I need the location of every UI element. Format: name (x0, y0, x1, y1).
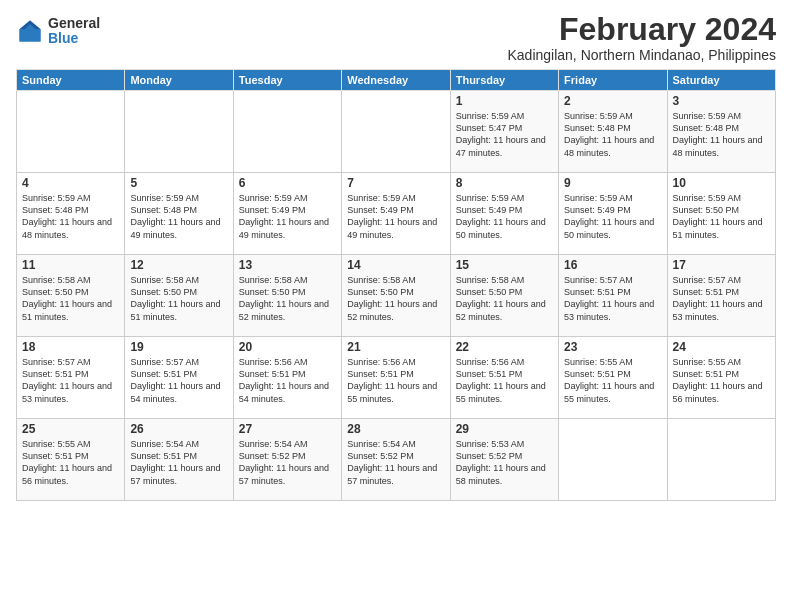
col-header-monday: Monday (125, 70, 233, 91)
calendar-cell: 10Sunrise: 5:59 AM Sunset: 5:50 PM Dayli… (667, 173, 775, 255)
cell-info: Sunrise: 5:59 AM Sunset: 5:48 PM Dayligh… (22, 192, 119, 241)
cell-info: Sunrise: 5:59 AM Sunset: 5:47 PM Dayligh… (456, 110, 553, 159)
calendar-cell: 5Sunrise: 5:59 AM Sunset: 5:48 PM Daylig… (125, 173, 233, 255)
calendar-body: 1Sunrise: 5:59 AM Sunset: 5:47 PM Daylig… (17, 91, 776, 501)
header: General Blue February 2024 Kadingilan, N… (16, 12, 776, 63)
calendar-cell: 16Sunrise: 5:57 AM Sunset: 5:51 PM Dayli… (559, 255, 667, 337)
day-number: 16 (564, 258, 661, 272)
calendar-cell: 15Sunrise: 5:58 AM Sunset: 5:50 PM Dayli… (450, 255, 558, 337)
svg-rect-2 (20, 30, 41, 42)
day-number: 22 (456, 340, 553, 354)
cell-info: Sunrise: 5:59 AM Sunset: 5:48 PM Dayligh… (130, 192, 227, 241)
col-header-tuesday: Tuesday (233, 70, 341, 91)
logo-general: General (48, 16, 100, 31)
cell-info: Sunrise: 5:58 AM Sunset: 5:50 PM Dayligh… (239, 274, 336, 323)
cell-info: Sunrise: 5:58 AM Sunset: 5:50 PM Dayligh… (130, 274, 227, 323)
calendar-cell: 4Sunrise: 5:59 AM Sunset: 5:48 PM Daylig… (17, 173, 125, 255)
cell-info: Sunrise: 5:54 AM Sunset: 5:51 PM Dayligh… (130, 438, 227, 487)
header-row: SundayMondayTuesdayWednesdayThursdayFrid… (17, 70, 776, 91)
cell-info: Sunrise: 5:55 AM Sunset: 5:51 PM Dayligh… (564, 356, 661, 405)
day-number: 4 (22, 176, 119, 190)
logo-blue: Blue (48, 31, 100, 46)
col-header-wednesday: Wednesday (342, 70, 450, 91)
cell-info: Sunrise: 5:59 AM Sunset: 5:49 PM Dayligh… (347, 192, 444, 241)
cell-info: Sunrise: 5:59 AM Sunset: 5:49 PM Dayligh… (239, 192, 336, 241)
calendar-cell: 29Sunrise: 5:53 AM Sunset: 5:52 PM Dayli… (450, 419, 558, 501)
cell-info: Sunrise: 5:56 AM Sunset: 5:51 PM Dayligh… (239, 356, 336, 405)
calendar-cell: 13Sunrise: 5:58 AM Sunset: 5:50 PM Dayli… (233, 255, 341, 337)
logo-icon (16, 17, 44, 45)
title-block: February 2024 Kadingilan, Northern Minda… (507, 12, 776, 63)
week-row-3: 11Sunrise: 5:58 AM Sunset: 5:50 PM Dayli… (17, 255, 776, 337)
calendar-cell (17, 91, 125, 173)
day-number: 5 (130, 176, 227, 190)
cell-info: Sunrise: 5:59 AM Sunset: 5:49 PM Dayligh… (456, 192, 553, 241)
calendar-cell: 7Sunrise: 5:59 AM Sunset: 5:49 PM Daylig… (342, 173, 450, 255)
calendar-cell: 11Sunrise: 5:58 AM Sunset: 5:50 PM Dayli… (17, 255, 125, 337)
col-header-sunday: Sunday (17, 70, 125, 91)
cell-info: Sunrise: 5:56 AM Sunset: 5:51 PM Dayligh… (347, 356, 444, 405)
week-row-4: 18Sunrise: 5:57 AM Sunset: 5:51 PM Dayli… (17, 337, 776, 419)
calendar-cell: 1Sunrise: 5:59 AM Sunset: 5:47 PM Daylig… (450, 91, 558, 173)
calendar-cell: 26Sunrise: 5:54 AM Sunset: 5:51 PM Dayli… (125, 419, 233, 501)
day-number: 19 (130, 340, 227, 354)
calendar-cell: 25Sunrise: 5:55 AM Sunset: 5:51 PM Dayli… (17, 419, 125, 501)
calendar-cell: 8Sunrise: 5:59 AM Sunset: 5:49 PM Daylig… (450, 173, 558, 255)
cell-info: Sunrise: 5:54 AM Sunset: 5:52 PM Dayligh… (239, 438, 336, 487)
day-number: 3 (673, 94, 770, 108)
day-number: 26 (130, 422, 227, 436)
calendar-cell: 22Sunrise: 5:56 AM Sunset: 5:51 PM Dayli… (450, 337, 558, 419)
week-row-2: 4Sunrise: 5:59 AM Sunset: 5:48 PM Daylig… (17, 173, 776, 255)
cell-info: Sunrise: 5:54 AM Sunset: 5:52 PM Dayligh… (347, 438, 444, 487)
logo-text: General Blue (48, 16, 100, 47)
day-number: 2 (564, 94, 661, 108)
cell-info: Sunrise: 5:53 AM Sunset: 5:52 PM Dayligh… (456, 438, 553, 487)
subtitle: Kadingilan, Northern Mindanao, Philippin… (507, 47, 776, 63)
day-number: 12 (130, 258, 227, 272)
calendar-cell (125, 91, 233, 173)
calendar-header: SundayMondayTuesdayWednesdayThursdayFrid… (17, 70, 776, 91)
day-number: 25 (22, 422, 119, 436)
day-number: 29 (456, 422, 553, 436)
cell-info: Sunrise: 5:57 AM Sunset: 5:51 PM Dayligh… (673, 274, 770, 323)
calendar-cell: 20Sunrise: 5:56 AM Sunset: 5:51 PM Dayli… (233, 337, 341, 419)
calendar-cell: 6Sunrise: 5:59 AM Sunset: 5:49 PM Daylig… (233, 173, 341, 255)
cell-info: Sunrise: 5:59 AM Sunset: 5:48 PM Dayligh… (673, 110, 770, 159)
cell-info: Sunrise: 5:57 AM Sunset: 5:51 PM Dayligh… (22, 356, 119, 405)
calendar-cell: 9Sunrise: 5:59 AM Sunset: 5:49 PM Daylig… (559, 173, 667, 255)
day-number: 6 (239, 176, 336, 190)
week-row-5: 25Sunrise: 5:55 AM Sunset: 5:51 PM Dayli… (17, 419, 776, 501)
day-number: 1 (456, 94, 553, 108)
day-number: 27 (239, 422, 336, 436)
calendar-cell: 12Sunrise: 5:58 AM Sunset: 5:50 PM Dayli… (125, 255, 233, 337)
day-number: 9 (564, 176, 661, 190)
cell-info: Sunrise: 5:55 AM Sunset: 5:51 PM Dayligh… (22, 438, 119, 487)
calendar-cell: 27Sunrise: 5:54 AM Sunset: 5:52 PM Dayli… (233, 419, 341, 501)
col-header-thursday: Thursday (450, 70, 558, 91)
calendar-cell (342, 91, 450, 173)
cell-info: Sunrise: 5:59 AM Sunset: 5:50 PM Dayligh… (673, 192, 770, 241)
day-number: 13 (239, 258, 336, 272)
day-number: 17 (673, 258, 770, 272)
day-number: 8 (456, 176, 553, 190)
col-header-friday: Friday (559, 70, 667, 91)
col-header-saturday: Saturday (667, 70, 775, 91)
day-number: 7 (347, 176, 444, 190)
calendar-cell: 19Sunrise: 5:57 AM Sunset: 5:51 PM Dayli… (125, 337, 233, 419)
day-number: 20 (239, 340, 336, 354)
calendar-cell (667, 419, 775, 501)
calendar-cell: 3Sunrise: 5:59 AM Sunset: 5:48 PM Daylig… (667, 91, 775, 173)
cell-info: Sunrise: 5:57 AM Sunset: 5:51 PM Dayligh… (130, 356, 227, 405)
cell-info: Sunrise: 5:58 AM Sunset: 5:50 PM Dayligh… (347, 274, 444, 323)
calendar-cell: 17Sunrise: 5:57 AM Sunset: 5:51 PM Dayli… (667, 255, 775, 337)
day-number: 21 (347, 340, 444, 354)
cell-info: Sunrise: 5:59 AM Sunset: 5:48 PM Dayligh… (564, 110, 661, 159)
day-number: 28 (347, 422, 444, 436)
cell-info: Sunrise: 5:56 AM Sunset: 5:51 PM Dayligh… (456, 356, 553, 405)
calendar-cell: 2Sunrise: 5:59 AM Sunset: 5:48 PM Daylig… (559, 91, 667, 173)
calendar-cell: 14Sunrise: 5:58 AM Sunset: 5:50 PM Dayli… (342, 255, 450, 337)
day-number: 23 (564, 340, 661, 354)
week-row-1: 1Sunrise: 5:59 AM Sunset: 5:47 PM Daylig… (17, 91, 776, 173)
cell-info: Sunrise: 5:55 AM Sunset: 5:51 PM Dayligh… (673, 356, 770, 405)
day-number: 24 (673, 340, 770, 354)
